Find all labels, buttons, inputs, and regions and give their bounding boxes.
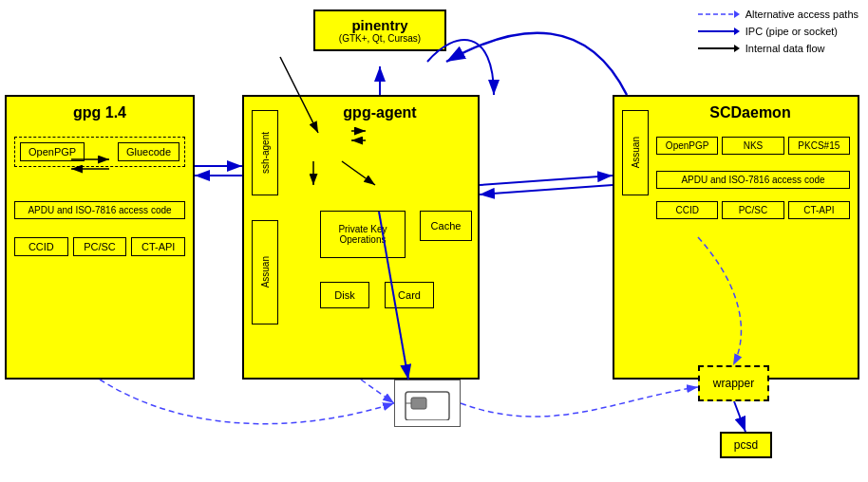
gpgagent-privatekey: Private KeyOperations <box>320 211 406 258</box>
scdaemon-openpgp: OpenPGP <box>656 137 718 155</box>
gpgagent-cache: Cache <box>420 211 472 241</box>
legend-item-dashed: Alternative access paths <box>698 8 859 21</box>
pinentry-subtitle: (GTK+, Qt, Cursas) <box>323 33 437 44</box>
pinentry-box: pinentry (GTK+, Qt, Cursas) <box>313 9 446 51</box>
pcsd-label: pcsd <box>734 438 758 452</box>
gpg14-openpgp: OpenPGP <box>20 142 85 161</box>
svg-marker-1 <box>734 10 740 18</box>
svg-marker-5 <box>734 45 740 52</box>
scdaemon-box: SCDaemon Assuan OpenPGP NKS PKCS#15 APDU… <box>613 95 859 380</box>
scdaemon-apdu: APDU and ISO-7816 access code <box>656 171 850 189</box>
gpgagent-assuan-label: Assuan <box>260 256 271 287</box>
gpg14-gluecode: Gluecode <box>118 142 179 161</box>
pcsd-box: pcsd <box>720 432 772 458</box>
svg-marker-3 <box>734 28 740 35</box>
legend-dashed-label: Alternative access paths <box>745 9 859 20</box>
scdaemon-ccid: CCID <box>656 201 718 219</box>
pinentry-title: pinentry <box>323 17 437 33</box>
legend: Alternative access paths IPC (pipe or so… <box>698 8 859 55</box>
legend-item-internal: Internal data flow <box>698 42 859 55</box>
gpg14-apdu: APDU and ISO-7816 access code <box>14 201 185 219</box>
gpgagent-sshagent: ssh-agent <box>252 110 278 195</box>
cardreader-icon <box>404 386 451 420</box>
gpg14-ctapi: CT-API <box>131 237 185 256</box>
wrapper-label: wrapper <box>713 377 754 390</box>
legend-ipc-line-icon <box>698 25 740 38</box>
gpg14-bottom-row: CCID PC/SC CT-API <box>14 237 185 256</box>
legend-ipc-label: IPC (pipe or socket) <box>745 26 838 37</box>
diagram-container: Alternative access paths IPC (pipe or so… <box>0 0 868 482</box>
scdaemon-ctapi: CT-API <box>788 201 850 219</box>
gpgagent-card: Card <box>385 282 434 308</box>
scdaemon-pkcs15: PKCS#15 <box>788 137 850 155</box>
gpg14-pcsc: PC/SC <box>73 237 127 256</box>
gpg14-title: gpg 1.4 <box>7 97 193 121</box>
scdaemon-row2: CCID PC/SC CT-API <box>656 201 850 219</box>
scdaemon-assuan: Assuan <box>622 110 649 195</box>
gpgagent-title: gpg-agent <box>244 97 478 121</box>
gpgagent-disk: Disk <box>320 282 369 308</box>
legend-internal-line-icon <box>698 42 740 55</box>
legend-item-ipc: IPC (pipe or socket) <box>698 25 859 38</box>
legend-dashed-line-icon <box>698 8 740 21</box>
gpg14-box: gpg 1.4 OpenPGP Gluecode APDU and ISO-78… <box>5 95 195 380</box>
scdaemon-pcsc: PC/SC <box>722 201 783 219</box>
gpgagent-assuan: Assuan <box>252 220 278 324</box>
scdaemon-title: SCDaemon <box>614 97 858 121</box>
scdaemon-nks: NKS <box>722 137 783 155</box>
svg-rect-7 <box>411 398 426 409</box>
scdaemon-assuan-label: Assuan <box>631 137 641 168</box>
cardreader-box <box>394 380 461 427</box>
legend-internal-label: Internal data flow <box>745 43 825 54</box>
gpgagent-box: gpg-agent ssh-agent Assuan Private KeyOp… <box>242 95 480 380</box>
gpg14-dashed-group: OpenPGP Gluecode <box>14 137 185 167</box>
gpg14-ccid: CCID <box>14 237 68 256</box>
gpgagent-sshagent-label: ssh-agent <box>260 132 271 174</box>
wrapper-box: wrapper <box>698 365 769 401</box>
scdaemon-row1: OpenPGP NKS PKCS#15 <box>656 137 850 155</box>
